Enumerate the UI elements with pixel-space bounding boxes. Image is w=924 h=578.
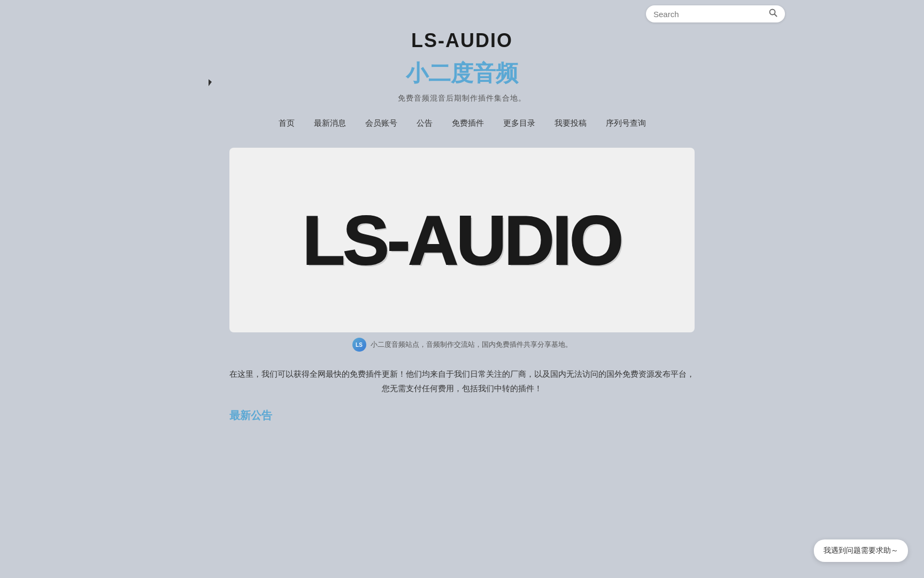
hero-image-container: LS-AUDIO <box>229 148 695 332</box>
nav-item-news[interactable]: 最新消息 <box>314 118 346 128</box>
nav-item-submit[interactable]: 我要投稿 <box>555 118 587 128</box>
intro-text: 在这里，我们可以获得全网最快的免费插件更新！他们均来自于我们日常关注的厂商，以及… <box>229 367 695 396</box>
hero-caption-avatar: LS <box>352 338 366 352</box>
hero-caption: LS 小二度音频站点，音频制作交流站，国内免费插件共享分享基地。 <box>352 338 572 352</box>
nav-item-free-plugins[interactable]: 免费插件 <box>452 118 484 128</box>
main-content: LS-AUDIO 小二度音频 免费音频混音后期制作插件集合地。 首页 最新消息 … <box>0 0 924 423</box>
hero-logo-text: LS-AUDIO <box>303 206 621 275</box>
nav-item-home[interactable]: 首页 <box>279 118 295 128</box>
site-description: 免费音频混音后期制作插件集合地。 <box>398 94 526 103</box>
hero-caption-text: 小二度音频站点，音频制作交流站，国内免费插件共享分享基地。 <box>371 340 572 349</box>
search-button[interactable] <box>769 9 777 19</box>
search-input[interactable] <box>653 10 767 19</box>
nav-item-account[interactable]: 会员账号 <box>365 118 397 128</box>
site-subtitle: 小二度音频 <box>406 58 518 88</box>
svg-line-1 <box>775 14 777 17</box>
search-container <box>646 5 785 22</box>
help-button[interactable]: 我遇到问题需要求助～ <box>814 539 908 562</box>
site-title: LS-AUDIO <box>411 29 513 52</box>
nav-item-more[interactable]: 更多目录 <box>503 118 535 128</box>
search-icon <box>769 9 777 17</box>
recent-heading: 最新公告 <box>229 408 695 423</box>
avatar-label: LS <box>356 342 363 348</box>
navigation: 首页 最新消息 会员账号 公告 免费插件 更多目录 我要投稿 序列号查询 <box>279 118 646 128</box>
header-search-area <box>646 0 924 28</box>
nav-item-announcement[interactable]: 公告 <box>417 118 433 128</box>
nav-item-serial[interactable]: 序列号查询 <box>606 118 646 128</box>
